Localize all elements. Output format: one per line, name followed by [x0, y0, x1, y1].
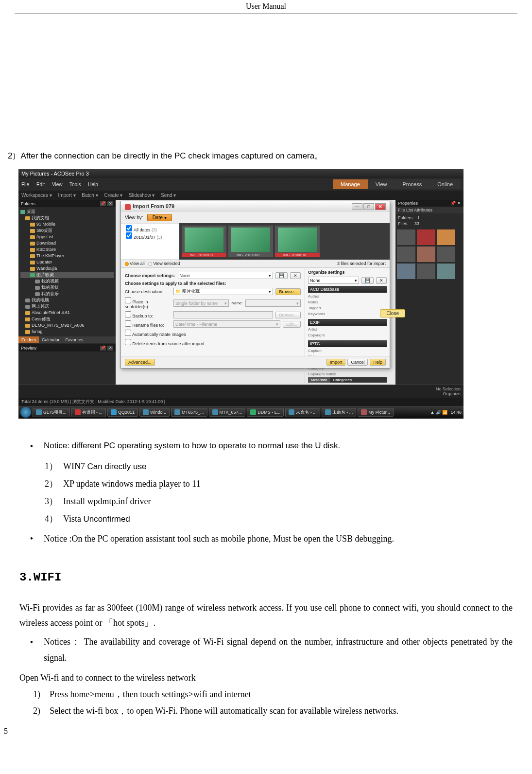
maximize-icon[interactable]: □ — [363, 203, 374, 210]
toolbar: Workspaces ▾ Import ▾ Batch ▾ Create ▾ S… — [18, 191, 463, 200]
thumb-2[interactable]: IMG_20100107_... — [228, 226, 273, 257]
sidebar-tabs: Folders Calendar Favorites — [18, 336, 116, 343]
cancel-button[interactable]: Cancel — [347, 359, 368, 366]
menu-tools[interactable]: Tools — [69, 182, 81, 187]
rp-thumb[interactable] — [397, 246, 415, 262]
advanced-button[interactable]: Advanced... — [125, 359, 155, 366]
taskbar-item[interactable]: MTK_657... — [209, 408, 246, 417]
bullet-icon: • — [19, 438, 44, 455]
subname-input: ▾ — [245, 299, 301, 307]
minimize-icon[interactable]: — — [352, 203, 362, 210]
taskbar-item[interactable]: G175项目... — [33, 408, 70, 417]
window-title: My Pictures - ACDSee Pro 3 — [18, 169, 463, 178]
rp-thumb[interactable] — [437, 246, 455, 262]
metadata-tab[interactable]: Metadata — [308, 377, 330, 383]
tray-icons[interactable]: ▲ 🔊 📶 — [430, 410, 448, 415]
bullet-icon: • — [19, 530, 44, 547]
import-settings-select[interactable]: None▾ — [178, 272, 273, 279]
start-button[interactable] — [20, 407, 31, 418]
taskbar-item[interactable]: QQ2011 — [107, 408, 138, 417]
pin-icon[interactable]: 📌 — [100, 201, 106, 206]
import-settings-label: Choose import settings: — [125, 273, 175, 278]
org-del-icon[interactable]: ✕ — [376, 277, 387, 284]
rp-thumb[interactable] — [417, 229, 435, 245]
folder-tree[interactable]: 桌面 我的文档 91 Mobile 360桌面 AppsList Downloa… — [18, 207, 116, 336]
tab-online[interactable]: Online — [429, 179, 461, 189]
wifi-intro: Wi-Fi provides as far as 300feet (100M) … — [19, 600, 513, 631]
taskbar-item[interactable]: Windo... — [139, 408, 170, 417]
preview-title: Preview — [21, 346, 36, 351]
view-all[interactable]: View all — [130, 261, 145, 266]
acdsee-screenshot: My Pictures - ACDSee Pro 3 File Edit Vie… — [18, 169, 463, 419]
taskbar: G175项目... 有道词 - ... QQ2011 Windo... MT65… — [18, 406, 463, 419]
wifi-notice: Notices： The availability and coverage o… — [44, 634, 513, 667]
rp-thumb[interactable] — [437, 229, 455, 245]
tab-manage[interactable]: Manage — [333, 179, 368, 189]
help-button[interactable]: Help — [370, 359, 386, 366]
tab-view[interactable]: View — [368, 179, 395, 189]
filter-all[interactable]: All dates (3) — [126, 225, 174, 232]
viewby-label: View by: — [125, 215, 143, 220]
menu-edit[interactable]: Edit — [36, 182, 45, 187]
taskbar-item[interactable]: 未命名 - ... — [322, 408, 357, 417]
close-icon[interactable]: ✕ — [375, 203, 386, 210]
btn-import[interactable]: Import ▾ — [58, 193, 75, 198]
btn-send[interactable]: Send ▾ — [161, 193, 176, 198]
notice-usb-debug: Notice :On the PC operation assistant to… — [44, 530, 513, 547]
close-panel-icon[interactable]: ✕ — [107, 201, 113, 206]
rp-thumb[interactable] — [437, 264, 455, 279]
thumb-3[interactable]: IMG_20100107_... — [275, 226, 320, 257]
org-save-icon[interactable]: 💾 — [361, 277, 374, 284]
rp-thumb[interactable] — [417, 264, 435, 279]
subfolder-select: Single folder by name▾ — [173, 299, 229, 307]
folders-sidebar: Folders 📌 ✕ 桌面 我的文档 91 Mobile 360桌面 Apps… — [18, 200, 116, 385]
dest-select[interactable]: 📁 图片收藏▾ — [173, 288, 273, 295]
menu-file[interactable]: File — [21, 182, 29, 187]
folders-title: Folders — [21, 201, 35, 206]
backup-check — [125, 311, 131, 317]
organize-select[interactable]: None▾ — [308, 277, 359, 284]
bullet-icon: • — [19, 634, 44, 667]
filter-date[interactable]: 2010/01/07 (3) — [126, 232, 174, 240]
viewby-button[interactable]: Date ▾ — [147, 214, 172, 221]
categories-tab[interactable]: Categories — [330, 377, 355, 383]
save-icon[interactable]: 💾 — [275, 272, 288, 279]
pin-icon[interactable]: 📌 — [100, 346, 106, 351]
acd-db-header: ACD Database — [308, 286, 387, 293]
iptc-header: IPTC — [308, 340, 387, 347]
exif-header: EXIF — [308, 319, 387, 326]
rp-thumb[interactable] — [397, 264, 415, 279]
taskbar-item[interactable]: 有道词 - ... — [71, 408, 106, 417]
tab-calendar[interactable]: Calendar — [39, 336, 63, 343]
view-selected[interactable]: View selected — [153, 261, 180, 266]
edit-button: Edit... — [283, 321, 301, 328]
tab-folders[interactable]: Folders — [18, 336, 39, 343]
rp-thumb[interactable] — [417, 246, 435, 262]
taskbar-item[interactable]: My Pictur... — [358, 408, 394, 417]
auto-rotate-check — [125, 330, 131, 336]
browse-button[interactable]: Browse... — [275, 288, 301, 295]
delete-icon[interactable]: ✕ — [290, 272, 301, 279]
tray-time: 14:46 — [450, 410, 462, 415]
menu-view[interactable]: View — [52, 182, 63, 187]
btn-create[interactable]: Create ▾ — [104, 193, 122, 198]
close-preview-icon[interactable]: ✕ — [107, 346, 113, 351]
btn-workspaces[interactable]: Workspaces ▾ — [21, 193, 52, 198]
pin-icon[interactable]: 📌 — [450, 201, 456, 206]
btn-batch[interactable]: Batch ▾ — [82, 193, 98, 198]
btn-slideshow[interactable]: Slideshow ▾ — [129, 193, 154, 198]
menu-help[interactable]: Help — [88, 182, 98, 187]
step-2: Select the wi-fi box，to open Wi-Fi. Phon… — [50, 703, 398, 719]
close-button[interactable]: Close — [380, 309, 405, 317]
taskbar-item[interactable]: 未命名 - ... — [285, 408, 320, 417]
import-button[interactable]: Import — [326, 359, 346, 366]
selected-info: 3 files selected for import — [337, 261, 386, 266]
rename-check — [125, 320, 131, 327]
taskbar-item[interactable]: DDMS - L... — [247, 408, 284, 417]
thumb-1[interactable]: IMG_20100107_... — [182, 226, 226, 257]
rp-thumb[interactable] — [397, 229, 415, 245]
taskbar-item[interactable]: MT6575_... — [171, 408, 207, 417]
close-props-icon[interactable]: ✕ — [457, 201, 461, 206]
tab-favorites[interactable]: Favorites — [63, 336, 86, 343]
tab-process[interactable]: Process — [395, 179, 429, 189]
